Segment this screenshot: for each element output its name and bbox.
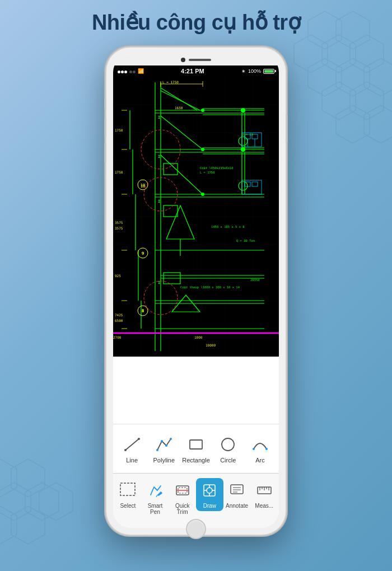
mode-quick-trim-label: Quick Trim (170, 503, 195, 515)
svg-text:1650: 1650 (175, 106, 183, 110)
svg-point-135 (161, 440, 163, 442)
svg-text:10000: 10000 (206, 343, 216, 347)
mode-measure-label: Meas... (255, 503, 273, 509)
measure-icon (254, 480, 274, 500)
svg-marker-13 (11, 459, 45, 497)
smart-pen-icon (145, 480, 165, 500)
arc-icon (250, 434, 270, 455)
svg-text:I: I (158, 280, 160, 285)
svg-marker-11 (336, 105, 370, 143)
signal-dots (118, 68, 136, 74)
svg-marker-18 (39, 483, 73, 521)
mode-select[interactable]: Select (114, 478, 142, 511)
wifi-icon: 📶 (138, 68, 144, 74)
mode-draw-label: Draw (203, 503, 216, 509)
svg-text:3575: 3575 (115, 221, 123, 224)
svg-text:Coặt theùp l1000 x 300 x 10 x : Coặt theùp l1000 x 300 x 10 x 14 (180, 286, 240, 289)
tool-arc-label: Arc (255, 457, 265, 464)
svg-marker-14 (0, 483, 31, 521)
mode-select-label: Select (120, 503, 136, 509)
draw-toolbar: Line Polyline (113, 424, 279, 473)
svg-point-129 (241, 108, 245, 113)
svg-text:9: 9 (142, 251, 144, 256)
svg-text:I: I (158, 115, 160, 120)
svg-point-141 (265, 448, 268, 450)
phone-top-bar (113, 54, 279, 65)
svg-marker-10 (364, 105, 392, 143)
mode-annotate-label: Annotate (226, 503, 248, 509)
svg-marker-6 (336, 58, 370, 96)
svg-text:I: I (158, 155, 160, 159)
svg-text:3575: 3575 (115, 226, 123, 230)
home-button[interactable] (186, 519, 206, 539)
svg-point-133 (138, 438, 140, 440)
tool-polyline-label: Polyline (153, 457, 175, 464)
svg-marker-9 (322, 82, 356, 120)
svg-text:L = 1750: L = 1750 (200, 171, 215, 174)
svg-line-131 (125, 439, 139, 450)
svg-text:20350: 20350 (250, 278, 260, 282)
svg-text:2700: 2700 (113, 335, 122, 339)
mode-smart-pen-label: Smart Pen (143, 503, 168, 515)
tool-line[interactable]: Line (116, 431, 148, 467)
svg-marker-7 (308, 58, 342, 96)
tool-polyline[interactable]: Polyline (148, 431, 180, 467)
bluetooth-icon: ∗ (241, 68, 246, 74)
svg-text:Coặt l450x215x6x10: Coặt l450x215x6x10 (200, 166, 234, 170)
speaker (189, 59, 211, 61)
quick-trim-icon (172, 480, 193, 500)
select-icon (118, 480, 138, 500)
svg-rect-138 (190, 440, 202, 449)
svg-text:1750: 1750 (115, 128, 123, 132)
svg-text:925: 925 (115, 274, 121, 278)
svg-line-143 (156, 495, 157, 497)
svg-rect-142 (120, 483, 135, 495)
mode-annotate[interactable]: Annotate (223, 478, 251, 511)
svg-text:1000: 1000 (194, 335, 203, 339)
svg-point-127 (201, 148, 204, 151)
svg-text:10: 10 (141, 183, 145, 188)
svg-point-128 (201, 193, 204, 196)
mode-smart-pen[interactable]: Smart Pen (142, 478, 169, 517)
svg-point-130 (241, 147, 245, 152)
rectangle-icon (186, 434, 206, 455)
svg-text:I: I (158, 199, 160, 204)
svg-text:8: 8 (142, 309, 144, 313)
battery-percent: 100% (248, 68, 261, 74)
status-time: 4:21 PM (181, 68, 204, 74)
mode-draw[interactable]: Draw (196, 478, 223, 511)
mode-measure[interactable]: Meas... (250, 478, 278, 511)
status-signal: 📶 (118, 68, 144, 74)
svg-point-148 (207, 488, 212, 493)
battery-bar (263, 69, 274, 74)
svg-marker-12 (0, 459, 17, 497)
tool-rectangle-label: Rectangle (182, 457, 210, 464)
svg-point-126 (201, 109, 204, 112)
svg-text:6500: 6500 (115, 319, 123, 322)
svg-point-139 (222, 438, 234, 451)
polyline-icon (154, 434, 174, 455)
battery-fill (264, 70, 273, 73)
status-bar: 📶 4:21 PM ∗ 100% (113, 65, 279, 77)
svg-point-137 (170, 438, 172, 440)
front-camera (181, 58, 185, 62)
draw-icon (199, 480, 220, 500)
mode-quick-trim[interactable]: Quick Trim (169, 478, 196, 517)
svg-text:1750: 1750 (115, 170, 123, 174)
cad-drawing-area[interactable]: 1750 1750 3575 3575 925 7425 6500 2700 L… (113, 77, 279, 357)
phone-frame: 📶 4:21 PM ∗ 100% (106, 48, 286, 535)
svg-text:L = 1750: L = 1750 (162, 80, 179, 84)
svg-point-134 (156, 449, 158, 451)
tool-circle[interactable]: Circle (212, 431, 244, 467)
circle-icon (218, 434, 238, 455)
tool-arc[interactable]: Arc (244, 431, 276, 467)
tool-line-label: Line (126, 457, 138, 464)
svg-marker-5 (364, 58, 392, 96)
svg-marker-17 (11, 506, 45, 544)
svg-point-140 (253, 448, 255, 450)
page-title: Nhiều công cụ hỗ trợ (0, 0, 392, 41)
tool-rectangle[interactable]: Rectangle (180, 431, 212, 467)
svg-text:Q = 30 Ton: Q = 30 Ton (236, 239, 255, 242)
svg-text:l450 x 185 x 5 x 8: l450 x 185 x 5 x 8 (211, 225, 245, 228)
status-battery: ∗ 100% (241, 68, 274, 74)
